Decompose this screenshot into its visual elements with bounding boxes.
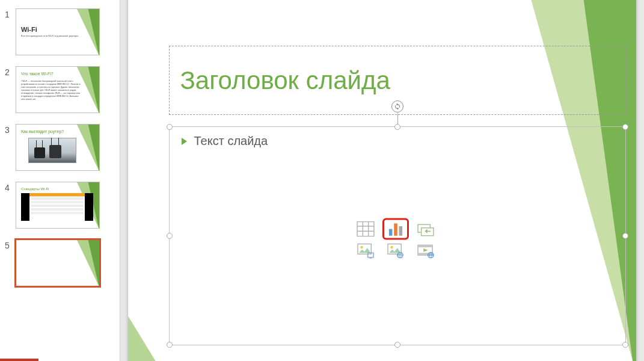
thumbnail-row-2: 2 Что такое Wi-Fi? • Wi-Fi — технология … — [0, 64, 120, 122]
insert-table-icon[interactable] — [354, 220, 377, 238]
insert-video-icon[interactable] — [414, 242, 437, 260]
screenshot-inner — [29, 193, 85, 221]
screenshot-row — [31, 201, 84, 203]
svg-rect-5 — [388, 229, 392, 236]
slide-canvas[interactable]: Заголовок слайда Текс — [128, 0, 636, 361]
screenshot-thumb — [21, 193, 93, 221]
thumb-title: Что такое Wi-Fi? — [21, 72, 54, 76]
insert-chart-icon[interactable] — [384, 220, 407, 238]
screenshot-header — [29, 193, 85, 197]
svg-rect-7 — [399, 226, 402, 236]
title-placeholder-text: Заголовок слайда — [180, 66, 390, 95]
thumbnail-1[interactable]: Wi-Fi Все беспроводные сети Wi-Fi и дома… — [16, 8, 100, 55]
svg-rect-22 — [418, 253, 432, 255]
content-placeholder[interactable]: Текст слайда — [169, 126, 626, 345]
slide-thumbnail-panel[interactable]: 1 Wi-Fi Все беспроводные сети Wi-Fi и до… — [0, 0, 120, 361]
selection-handle[interactable] — [394, 342, 400, 348]
selection-handle[interactable] — [394, 124, 400, 130]
thumbnail-row-5: 5 — [0, 237, 120, 295]
theme-accent-icon — [67, 239, 100, 286]
thumbnail-5[interactable] — [16, 239, 100, 286]
screenshot-row — [31, 208, 84, 211]
selection-handle[interactable] — [167, 124, 173, 130]
powerpoint-editor: 1 Wi-Fi Все беспроводные сети Wi-Fi и до… — [0, 0, 644, 361]
thumbnail-2[interactable]: Что такое Wi-Fi? • Wi-Fi — технология бе… — [16, 66, 100, 113]
slide-editor-area[interactable]: Заголовок слайда Текс — [120, 0, 644, 361]
thumbnail-3[interactable]: Как выглядит роутер? — [16, 124, 100, 171]
selection-handle[interactable] — [622, 342, 628, 348]
thumbnail-number: 1 — [5, 8, 16, 19]
thumb-body: • Wi-Fi — технология беспроводной локаль… — [21, 80, 81, 101]
svg-marker-23 — [423, 248, 428, 252]
antenna-shape — [58, 138, 59, 145]
svg-rect-6 — [394, 223, 397, 235]
router-shape — [49, 145, 61, 158]
theme-accent-icon — [67, 8, 100, 55]
bullet-triangle-icon — [182, 138, 187, 145]
screenshot-row — [31, 205, 84, 207]
thumbnail-number: 2 — [5, 66, 16, 77]
screenshot-row — [31, 197, 84, 200]
router-shape — [34, 147, 45, 158]
selection-handle[interactable] — [622, 233, 628, 239]
thumbnail-number: 4 — [5, 182, 16, 193]
insert-picture-icon[interactable] — [354, 242, 377, 260]
antenna-shape — [51, 138, 52, 145]
svg-rect-12 — [367, 253, 373, 257]
thumbnail-number: 3 — [5, 124, 16, 135]
content-icon-grid — [354, 220, 441, 260]
insert-online-picture-icon[interactable] — [384, 242, 407, 260]
selection-handle[interactable] — [622, 124, 628, 130]
svg-point-11 — [360, 246, 363, 249]
selection-handle[interactable] — [167, 233, 173, 239]
body-text-row: Текст слайда — [170, 127, 625, 148]
thumb-title: Wi-Fi — [21, 26, 37, 33]
theme-accent-bottom-left — [128, 314, 163, 361]
selection-handle[interactable] — [167, 342, 173, 348]
antenna-shape — [36, 140, 37, 147]
insert-smartart-icon[interactable] — [414, 220, 437, 238]
thumbnail-row-3: 3 Как выглядит роутер? — [0, 122, 120, 179]
body-placeholder-text[interactable]: Текст слайда — [194, 134, 268, 148]
antenna-shape — [42, 140, 43, 147]
svg-rect-0 — [357, 222, 374, 236]
thumbnail-row-4: 4 Стандарты Wi-Fi — [0, 179, 120, 237]
svg-point-16 — [390, 246, 393, 249]
slide-canvas-wrap: Заголовок слайда Текс — [121, 0, 644, 361]
thumbnail-number: 5 — [5, 239, 16, 250]
thumb-title: Стандарты Wi-Fi — [21, 187, 49, 191]
status-accent-bar — [0, 359, 644, 361]
thumb-title: Как выглядит роутер? — [21, 129, 64, 134]
screenshot-row — [31, 212, 84, 214]
thumbnail-row-1: 1 Wi-Fi Все беспроводные сети Wi-Fi и до… — [0, 6, 120, 64]
rotate-handle-icon[interactable] — [391, 100, 403, 113]
thumb-subtitle: Все беспроводные сети Wi-Fi и домашние р… — [21, 34, 79, 37]
svg-rect-21 — [418, 245, 432, 247]
thumbnail-4[interactable]: Стандарты Wi-Fi — [16, 182, 100, 229]
